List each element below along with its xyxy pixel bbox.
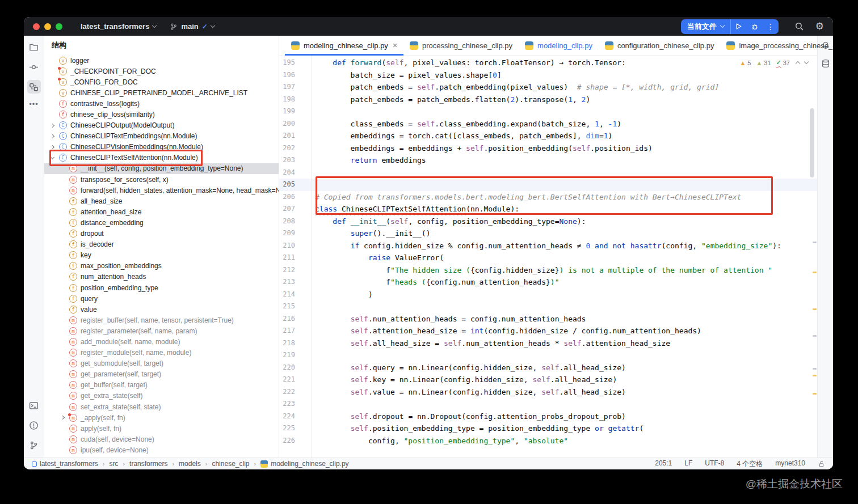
structure-item[interactable]: mipu(self, device=None) [44,444,279,455]
status-item[interactable]: UTF-8 [705,459,724,469]
tab-close-icon[interactable]: × [393,41,397,49]
error-stripe-mark[interactable] [813,272,817,273]
terminal-tool-button[interactable] [27,399,41,412]
code-line[interactable]: 211 raise ValueError( [279,252,817,264]
code-line[interactable]: 222 self.value = nn.Linear(config.hidden… [279,386,817,399]
code-line[interactable]: 215 [279,300,817,313]
structure-item[interactable]: mregister_buffer(self, name, tensor, per… [44,315,279,325]
structure-item[interactable]: fdistance_embedding [44,217,279,228]
structure-item[interactable]: m_apply(self, fn) [44,412,279,423]
code-line[interactable]: 205 [279,179,817,191]
code-line[interactable]: 213 f"heads ({config.num_attention_heads… [279,276,817,289]
structure-item[interactable]: mapply(self, fn) [44,423,279,434]
minimize-window-button[interactable] [44,23,51,30]
structure-item[interactable]: fnum_attention_heads [44,272,279,282]
code-line[interactable]: 226 config, "position_embedding_type", "… [279,435,817,447]
structure-item[interactable]: fposition_embedding_type [44,282,279,293]
code-line[interactable]: 197 patch_embeds = self.patch_embedding(… [279,81,817,94]
next-problem-button[interactable] [804,60,809,64]
structure-item[interactable]: CChineseCLIPVisionEmbeddings(nn.Module) [44,142,279,153]
structure-item[interactable]: madd_module(self, name, module) [44,336,279,347]
code-line[interactable]: 199 [279,105,817,118]
structure-item[interactable]: fcontrastive_loss(logits) [44,98,279,109]
lock-icon[interactable] [818,460,825,468]
code-line[interactable]: 207class ChineseCLIPTextSelfAttention(nn… [279,203,817,215]
structure-item[interactable]: fis_decoder [44,239,279,250]
code-line[interactable]: 219 [279,349,817,362]
search-everywhere-button[interactable] [794,22,804,31]
structure-item[interactable]: fchinese_clip_loss(similarity) [44,109,279,120]
settings-gear-icon[interactable]: ⚙ [815,22,824,31]
structure-item[interactable]: fall_head_size [44,196,279,206]
structure-item[interactable]: fattention_head_size [44,206,279,217]
tab[interactable]: processing_chinese_clip.py [403,36,519,55]
code-line[interactable]: 223 [279,398,817,410]
structure-item[interactable]: fdropout [44,228,279,239]
run-config-selector[interactable]: 当前文件 [681,19,730,34]
version-control-tool-button[interactable] [27,438,41,452]
tree-chevron-icon[interactable] [51,135,59,138]
code-line[interactable]: 216 self.num_attention_heads = config.nu… [279,313,817,325]
tree-chevron-icon[interactable] [51,157,59,159]
error-stripe-mark[interactable] [813,393,817,395]
code-line[interactable]: 196 batch_size = pixel_values.shape[0] [279,69,817,82]
commit-tool-button[interactable] [27,60,41,74]
tree-chevron-icon[interactable] [51,124,59,127]
code-line[interactable]: 195 def forward(self, pixel_values: torc… [279,57,817,69]
tab[interactable]: configuration_chinese_clip.py [599,36,721,55]
structure-item[interactable]: mtranspose_for_scores(self, x) [44,174,279,185]
tree-chevron-icon[interactable] [61,416,69,419]
code-line[interactable]: 206# Copied from transformers.models.ber… [279,191,817,204]
code-line[interactable]: 203 return embeddings [279,154,817,167]
code-line[interactable]: 220 self.query = nn.Linear(config.hidden… [279,362,817,374]
more-actions-button[interactable]: ⋮ [763,19,779,34]
code-line[interactable]: 212 f"The hidden size ({config.hidden_si… [279,264,817,277]
structure-item[interactable]: mget_parameter(self, target) [44,369,279,380]
breadcrumb-item[interactable]: modeling_chinese_clip.py [260,460,348,468]
code-line[interactable]: 204 [279,167,817,179]
structure-item[interactable]: mget_submodule(self, target) [44,358,279,369]
structure-tool-button[interactable] [27,80,41,94]
debug-button[interactable] [747,19,763,34]
code-editor[interactable]: 195 def forward(self, pixel_values: torc… [279,56,817,458]
warnings-indicator[interactable]: ▲ 5 [739,60,751,66]
more-tool-windows-button[interactable]: ••• [29,100,39,108]
code-line[interactable]: 210 if config.hidden_size % config.num_a… [279,240,817,252]
tab[interactable]: modeling_clip.py [519,36,599,55]
inspections-widget[interactable]: ▲ 5 ▲ 31 ✓ 37 [737,58,810,67]
code-line[interactable]: 221 self.key = nn.Linear(config.hidden_s… [279,374,817,386]
typos-indicator[interactable]: ✓ 37 [776,59,790,66]
code-line[interactable]: 202 embeddings = embeddings + self.posit… [279,142,817,155]
code-line[interactable]: 201 embeddings = torch.cat([class_embeds… [279,130,817,142]
structure-item[interactable]: vCHINESE_CLIP_PRETRAINED_MODEL_ARCHIVE_L… [44,87,279,98]
error-stripe-mark[interactable] [813,368,817,370]
structure-item[interactable]: mregister_parameter(self, name, param) [44,325,279,336]
branch-selector[interactable]: main ✓ [170,22,214,31]
code-line[interactable]: 225 self.position_embedding_type = posit… [279,422,817,435]
status-item[interactable]: 205:1 [655,459,672,469]
structure-item[interactable]: mforward(self, hidden_states, attention_… [44,185,279,196]
code-line[interactable]: 218 self.all_head_size = self.num_attent… [279,337,817,350]
breadcrumb-item[interactable]: chinese_clip [212,460,249,468]
structure-item[interactable]: CChineseCLIPOutput(ModelOutput) [44,120,279,131]
breadcrumb-item[interactable]: transformers [129,460,167,468]
structure-item[interactable]: fmax_position_embeddings [44,261,279,272]
project-selector[interactable]: latest_transformers [81,22,156,31]
database-tool-button[interactable] [821,59,830,68]
code-line[interactable]: 198 patch_embeds = patch_embeds.flatten(… [279,94,817,106]
status-item[interactable]: mynet310 [775,459,805,469]
editor-scrollbar[interactable] [810,108,814,177]
error-stripe-mark[interactable] [813,308,817,310]
code-line[interactable]: 200 class_embeds = self.class_embedding.… [279,118,817,130]
structure-item[interactable]: fvalue [44,304,279,315]
structure-item[interactable]: mget_buffer(self, target) [44,380,279,391]
project-tool-button[interactable] [27,40,41,54]
status-item[interactable]: LF [684,459,692,469]
code-line[interactable]: 217 self.attention_head_size = int(confi… [279,325,817,337]
structure-item[interactable]: vlogger [44,55,279,66]
previous-problem-button[interactable] [796,61,800,66]
code-line[interactable]: 224 self.dropout = nn.Dropout(config.att… [279,410,817,423]
tree-chevron-icon[interactable] [51,146,59,149]
structure-item[interactable]: mget_extra_state(self) [44,391,279,401]
maximize-window-button[interactable] [56,23,62,30]
